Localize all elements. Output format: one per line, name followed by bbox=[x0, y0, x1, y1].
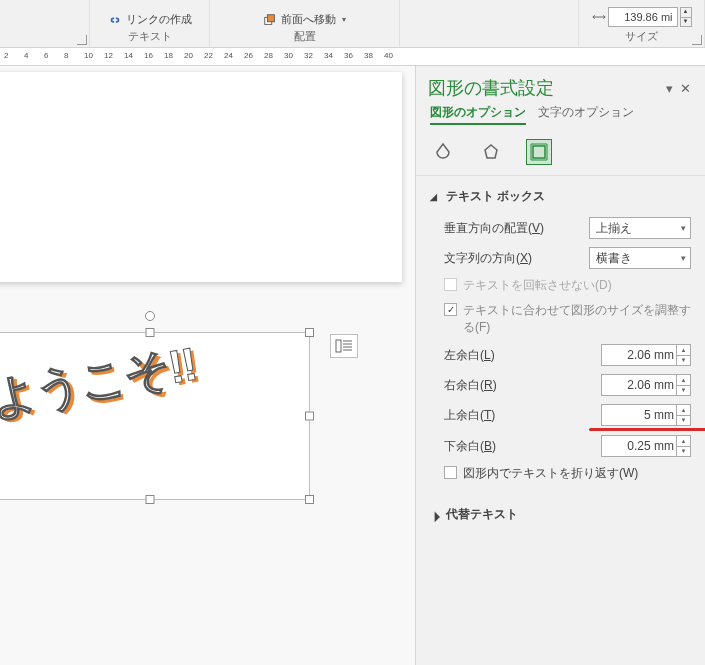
spin-up[interactable]: ▲ bbox=[676, 345, 690, 356]
ribbon-group-spacer bbox=[400, 0, 579, 47]
ruler-tick: 30 bbox=[284, 51, 293, 60]
layout-options-icon bbox=[335, 339, 353, 353]
effects-icon[interactable] bbox=[478, 139, 504, 165]
ruler-tick: 10 bbox=[84, 51, 93, 60]
alt-text-section-header[interactable]: ◢ 代替テキスト bbox=[430, 502, 691, 527]
size-dialog-launcher-icon[interactable] bbox=[692, 35, 702, 45]
text-direction-dropdown[interactable]: 横書き bbox=[589, 247, 691, 269]
ribbon: リンクの作成 テキスト 前面へ移動 ▾ 配置 139.86 mi ▲ ▼ サイズ bbox=[0, 0, 705, 48]
svg-rect-8 bbox=[533, 146, 545, 158]
format-shape-pane: 図形の書式設定 ▾ ✕ 図形のオプション 文字のオプション ◢ テキスト ボック… bbox=[415, 66, 705, 665]
svg-rect-1 bbox=[267, 14, 274, 21]
vertical-align-dropdown[interactable]: 上揃え bbox=[589, 217, 691, 239]
ruler-tick: 24 bbox=[224, 51, 233, 60]
ribbon-group-unknown-left bbox=[0, 0, 90, 47]
top-margin-label: 上余白(T) bbox=[444, 407, 595, 424]
spin-down[interactable]: ▼ bbox=[676, 356, 690, 366]
ruler-tick: 4 bbox=[24, 51, 28, 60]
ribbon-group-size: 139.86 mi ▲ ▼ サイズ bbox=[579, 0, 705, 47]
pane-close-button[interactable]: ✕ bbox=[677, 81, 693, 96]
bottom-margin-label: 下余白(B) bbox=[444, 438, 595, 455]
resize-handle-e[interactable] bbox=[305, 412, 314, 421]
left-margin-label: 左余白(L) bbox=[444, 347, 595, 364]
ruler-tick: 34 bbox=[324, 51, 333, 60]
bottom-margin-input[interactable]: 0.25 mm ▲▼ bbox=[601, 435, 691, 457]
textbox-section-title: テキスト ボックス bbox=[446, 188, 545, 205]
ruler-tick: 20 bbox=[184, 51, 193, 60]
ruler-tick: 40 bbox=[384, 51, 393, 60]
vertical-align-label: 垂直方向の配置(V) bbox=[444, 220, 583, 237]
left-margin-input[interactable]: 2.06 mm ▲▼ bbox=[601, 344, 691, 366]
spin-up[interactable]: ▲ bbox=[676, 436, 690, 447]
ruler-tick: 2 bbox=[4, 51, 8, 60]
resize-handle-s[interactable] bbox=[146, 495, 155, 504]
spin-down[interactable]: ▼ bbox=[676, 386, 690, 396]
ribbon-group-arrange: 前面へ移動 ▾ 配置 bbox=[210, 0, 400, 47]
alt-text-section-title: 代替テキスト bbox=[446, 506, 518, 523]
width-spin-up[interactable]: ▲ bbox=[681, 8, 691, 18]
ribbon-group-text-label: テキスト bbox=[128, 27, 172, 47]
ribbon-group-size-label: サイズ bbox=[625, 27, 658, 47]
caret-right-icon: ◢ bbox=[428, 507, 442, 521]
horizontal-ruler: // ticks rendered after data load below … bbox=[0, 48, 705, 66]
resize-handle-ne[interactable] bbox=[305, 328, 314, 337]
fill-line-icon[interactable] bbox=[430, 139, 456, 165]
textbox-section-header[interactable]: ◢ テキスト ボックス bbox=[430, 184, 691, 209]
right-margin-label: 右余白(R) bbox=[444, 377, 595, 394]
ruler-tick: 8 bbox=[64, 51, 68, 60]
tab-text-options[interactable]: 文字のオプション bbox=[538, 104, 634, 125]
link-create-label: リンクの作成 bbox=[126, 12, 192, 27]
ruler-tick: 18 bbox=[164, 51, 173, 60]
no-rotate-checkbox bbox=[444, 278, 457, 291]
pane-title: 図形の書式設定 bbox=[428, 76, 661, 100]
page bbox=[0, 72, 402, 282]
dialog-launcher-icon[interactable] bbox=[77, 35, 87, 45]
ribbon-group-arrange-label: 配置 bbox=[294, 27, 316, 47]
alt-text-section: ◢ 代替テキスト bbox=[416, 494, 705, 531]
spin-down[interactable]: ▼ bbox=[676, 416, 690, 426]
ruler-tick: 22 bbox=[204, 51, 213, 60]
textbox-section: ◢ テキスト ボックス 垂直方向の配置(V) 上揃え 文字列の方向(X) 横書き bbox=[416, 176, 705, 494]
layout-properties-icon[interactable] bbox=[526, 139, 552, 165]
rotate-handle[interactable] bbox=[145, 311, 155, 321]
ruler-tick: 6 bbox=[44, 51, 48, 60]
wrap-text-checkbox[interactable] bbox=[444, 466, 457, 479]
pane-menu-button[interactable]: ▾ bbox=[661, 81, 677, 96]
svg-rect-2 bbox=[336, 340, 341, 352]
document-area[interactable]: ようこそ!! bbox=[0, 66, 415, 665]
autofit-checkbox-row[interactable]: ✓ テキストに合わせて図形のサイズを調整する(F) bbox=[444, 298, 691, 340]
ruler-tick: 14 bbox=[124, 51, 133, 60]
layout-options-button[interactable] bbox=[330, 334, 358, 358]
ruler-tick: 38 bbox=[364, 51, 373, 60]
no-rotate-checkbox-row: テキストを回転させない(D) bbox=[444, 273, 691, 298]
autofit-checkbox[interactable]: ✓ bbox=[444, 303, 457, 316]
ruler-tick: 32 bbox=[304, 51, 313, 60]
spin-up[interactable]: ▲ bbox=[676, 375, 690, 386]
ruler-tick: 16 bbox=[144, 51, 153, 60]
bring-forward-label: 前面へ移動 bbox=[281, 12, 336, 27]
ribbon-group-text: リンクの作成 テキスト bbox=[90, 0, 210, 47]
resize-handle-n[interactable] bbox=[146, 328, 155, 337]
width-spin-down[interactable]: ▼ bbox=[681, 18, 691, 27]
right-margin-input[interactable]: 2.06 mm ▲▼ bbox=[601, 374, 691, 396]
width-icon bbox=[592, 10, 606, 24]
wrap-text-checkbox-row[interactable]: 図形内でテキストを折り返す(W) bbox=[444, 461, 691, 486]
resize-handle-se[interactable] bbox=[305, 495, 314, 504]
ruler-tick: 26 bbox=[244, 51, 253, 60]
ruler-tick: 28 bbox=[264, 51, 273, 60]
width-input[interactable]: 139.86 mi bbox=[608, 7, 678, 27]
ruler-tick: 12 bbox=[104, 51, 113, 60]
annotation-underline bbox=[589, 428, 705, 431]
bring-forward-button[interactable]: 前面へ移動 ▾ bbox=[263, 12, 346, 27]
top-margin-input[interactable]: 5 mm ▲▼ bbox=[601, 404, 691, 426]
spin-down[interactable]: ▼ bbox=[676, 447, 690, 457]
caret-down-icon: ◢ bbox=[430, 192, 440, 202]
text-direction-label: 文字列の方向(X) bbox=[444, 250, 583, 267]
svg-marker-7 bbox=[485, 145, 497, 158]
tab-shape-options[interactable]: 図形のオプション bbox=[430, 104, 526, 125]
workspace: ようこそ!! 図形の書式設定 ▾ ✕ 図形のオプション 文字のオプション bbox=[0, 66, 705, 665]
link-create-button[interactable]: リンクの作成 bbox=[108, 12, 192, 27]
ruler-tick: 36 bbox=[344, 51, 353, 60]
spin-up[interactable]: ▲ bbox=[676, 405, 690, 416]
